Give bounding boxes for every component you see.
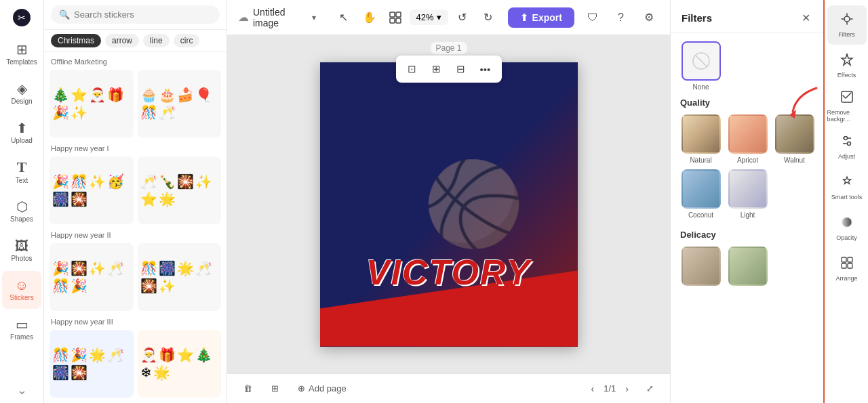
tag-christmas[interactable]: Christmas <box>51 34 101 47</box>
right-nav-opacity[interactable]: Opacity <box>827 209 867 248</box>
filter-apricot[interactable]: Apricot <box>727 114 768 164</box>
zoom-button[interactable]: 42% ▾ <box>410 9 448 25</box>
sticker-grid-hny1: 🎉🎊✨🥳🎆🎇 🥂🍾🎇✨⭐🌟 <box>50 156 221 224</box>
filter-label-apricot: Apricot <box>737 156 758 164</box>
right-nav-label-opacity: Opacity <box>836 234 857 241</box>
help-button[interactable]: ? <box>611 7 631 28</box>
page-nav: ‹ 1/1 › <box>587 382 633 396</box>
filters-close-button[interactable]: ✕ <box>797 9 814 26</box>
filter-coconut[interactable]: Coconut <box>680 169 722 219</box>
export-button[interactable]: ⬆ Export <box>508 7 574 28</box>
canvas-area[interactable]: Page 1 ⊡ ⊞ ⊟ ••• 🏀 VICTORY <box>227 35 670 373</box>
filter-thumb-none <box>682 41 721 81</box>
filter-delicacy2[interactable] <box>727 247 768 289</box>
crop-button[interactable]: ⊡ <box>401 58 423 80</box>
filter-thumb-delicacy1 <box>682 247 721 286</box>
filters-panel: Filters ✕ None Quality . Natural Ap <box>670 0 825 403</box>
export-label: Export <box>532 12 562 23</box>
sticker-thumb[interactable]: 🎉🎊✨🥳🎆🎇 <box>50 156 134 224</box>
svg-rect-17 <box>848 257 852 262</box>
layer-button[interactable]: ⊟ <box>450 58 472 80</box>
doc-title[interactable]: ☁ Untitled image ▾ <box>238 7 316 28</box>
nav-item-shapes[interactable]: ⬡ Shapes <box>2 192 41 230</box>
sticker-section-happy-new-year-3: Happy new year III 🎊🎉🌟🥂🎆🎇 🎅🎁⭐🎄❄🌟 <box>50 318 221 398</box>
filters-header: Filters ✕ <box>671 0 825 33</box>
sticker-thumb[interactable]: 🎉🎇✨🥂🎊🎉 <box>50 243 134 311</box>
right-nav-label-filters: Filters <box>838 31 855 38</box>
hand-tool-button[interactable]: ✋ <box>358 6 381 29</box>
sticker-thumb[interactable]: 🥂🍾🎇✨⭐🌟 <box>138 156 222 224</box>
right-nav-adjust[interactable]: Adjust <box>827 127 867 167</box>
sticker-grid-hny2: 🎉🎇✨🥂🎊🎉 🎊🎆🌟🥂🎇✨ <box>50 243 221 311</box>
sticker-thumb[interactable]: 🎊🎆🌟🥂🎇✨ <box>138 243 222 311</box>
tag-circle[interactable]: circ <box>174 34 200 47</box>
filter-natural[interactable]: . Natural <box>680 114 722 164</box>
filter-none[interactable]: None <box>680 41 722 91</box>
shield-button[interactable]: 🛡 <box>583 7 603 28</box>
filter-light[interactable]: Light <box>727 169 768 219</box>
redo-button[interactable]: ↻ <box>477 6 500 29</box>
nav-item-photos[interactable]: 🖼 Photos <box>2 232 41 270</box>
right-nav-filters[interactable]: Filters <box>827 5 867 45</box>
delete-page-button[interactable]: 🗑 <box>238 381 258 396</box>
remove-bg-icon <box>840 90 854 107</box>
duplicate-page-button[interactable]: ⊞ <box>266 381 284 396</box>
sticker-thumb[interactable]: 🎅🎁⭐🎄❄🌟 <box>138 330 222 398</box>
nav-item-text[interactable]: T Text <box>2 153 41 191</box>
right-nav-arrange[interactable]: Arrange <box>827 249 867 289</box>
prev-page-button[interactable]: ‹ <box>587 382 599 396</box>
export-icon: ⬆ <box>520 12 528 23</box>
nav-label-shapes: Shapes <box>10 215 33 223</box>
layout-button[interactable] <box>384 6 407 29</box>
nav-item-frames[interactable]: ▭ Frames <box>2 310 41 348</box>
filter-thumb-walnut <box>775 114 814 154</box>
filter-thumb-light <box>728 169 768 209</box>
right-nav-remove-bg[interactable]: Remove backgr... <box>827 87 867 126</box>
settings-button[interactable]: ⚙ <box>639 7 659 28</box>
design-athlete: 🏀 <box>384 62 564 347</box>
nav-item-stickers[interactable]: ☺ Stickers <box>2 271 41 309</box>
sticker-scroll[interactable]: Offline Marketing 🎄⭐🎅🎁🎉✨ 🧁🎂🍰🎈🎊🥂 Happy ne… <box>44 52 226 403</box>
tag-arrow[interactable]: arrow <box>105 34 139 47</box>
select-tool-button[interactable]: ↖ <box>332 6 355 29</box>
nav-item-upload[interactable]: ⬆ Upload <box>2 114 41 152</box>
filter-delicacy1[interactable] <box>680 247 722 289</box>
search-input-wrap[interactable]: 🔍 <box>51 5 220 24</box>
sticker-thumb[interactable]: 🎊🎉🌟🥂🎆🎇 <box>50 330 134 398</box>
right-nav-label-remove-bg: Remove backgr... <box>827 109 867 123</box>
app-logo[interactable]: ✂ <box>9 5 34 30</box>
svg-point-8 <box>844 16 850 22</box>
fullscreen-button[interactable]: ⤢ <box>641 381 659 396</box>
adjust-icon <box>840 134 854 151</box>
next-page-button[interactable]: › <box>621 382 633 396</box>
sticker-thumb[interactable]: 🎄⭐🎅🎁🎉✨ <box>50 70 134 137</box>
search-input[interactable] <box>74 9 212 20</box>
sticker-grid-offline-marketing: 🎄⭐🎅🎁🎉✨ 🧁🎂🍰🎈🎊🥂 <box>50 70 221 137</box>
right-nav-smart-tools[interactable]: Smart tools <box>827 168 867 207</box>
nav-item-design[interactable]: ◈ Design <box>2 75 41 112</box>
nav-item-templates[interactable]: ⊞ Templates <box>2 35 41 73</box>
design-canvas[interactable]: 🏀 VICTORY ↻ <box>320 62 578 347</box>
undo-button[interactable]: ↺ <box>451 6 474 29</box>
sticker-thumb[interactable]: 🧁🎂🍰🎈🎊🥂 <box>138 70 222 137</box>
svg-rect-19 <box>848 263 852 268</box>
layout-canvas-button[interactable]: ⊞ <box>426 58 448 80</box>
add-page-button[interactable]: ⊕ Add page <box>292 381 352 396</box>
filters-scroll[interactable]: None Quality . Natural Apricot Walnut <box>671 33 825 403</box>
filter-walnut[interactable]: Walnut <box>774 114 815 164</box>
nav-more-button[interactable]: ⌄ <box>17 383 27 398</box>
tag-line[interactable]: line <box>143 34 170 47</box>
section-title-offline-marketing: Offline Marketing <box>50 58 221 66</box>
left-nav: ✂ ⊞ Templates ◈ Design ⬆ Upload T Text ⬡… <box>0 0 44 403</box>
more-options-button[interactable]: ••• <box>475 58 496 80</box>
section-title-hny1: Happy new year I <box>50 144 221 152</box>
doc-title-text: Untitled image <box>253 7 308 28</box>
filter-thumb-coconut <box>682 169 721 209</box>
right-nav-effects[interactable]: Effects <box>827 46 867 85</box>
page-display: 1/1 <box>604 383 616 394</box>
filter-label-coconut: Coconut <box>688 211 713 219</box>
toolbar-group: ↖ ✋ 42% ▾ ↺ ↻ <box>332 6 500 29</box>
photos-icon: 🖼 <box>15 239 28 253</box>
svg-rect-16 <box>842 257 846 262</box>
fullscreen-icon: ⤢ <box>646 383 654 394</box>
